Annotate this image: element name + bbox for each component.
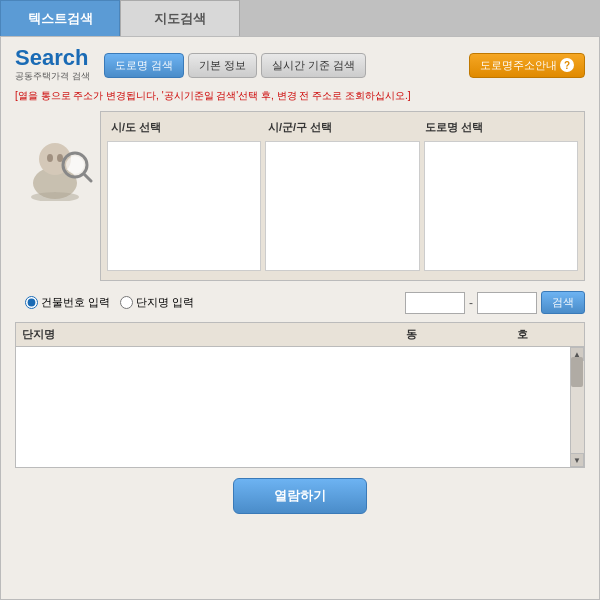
header-row: Search 공동주택가격 검색 도로명 검색 기본 정보 실시간 기준 검색 …: [15, 47, 585, 83]
tab-text-search[interactable]: 텍스트검색: [0, 0, 120, 36]
radio-building-number[interactable]: 건물번호 입력: [25, 295, 110, 310]
road-list[interactable]: [424, 141, 578, 271]
main-container: Search 공동주택가격 검색 도로명 검색 기본 정보 실시간 기준 검색 …: [0, 36, 600, 600]
tab-text-search-label: 텍스트검색: [28, 10, 93, 28]
results-header: 단지명 동 호: [16, 323, 584, 347]
scrollbar-track: ▲ ▼: [570, 347, 584, 467]
search-button[interactable]: 검색: [541, 291, 585, 314]
results-col-header-ho: 호: [467, 327, 578, 342]
selection-area: 시/도 선택 시/군/구 선택 도로명 선택: [15, 111, 585, 281]
search-row: 건물번호 입력 단지명 입력 - 검색: [15, 291, 585, 314]
sido-list[interactable]: [107, 141, 261, 271]
results-col-header-complex: 단지명: [22, 327, 356, 342]
radio-complex-input[interactable]: [120, 296, 133, 309]
notice-text: [열을 통으로 주소가 변경됩니다, '공시기준일 검색'선택 후, 변경 전 …: [15, 89, 585, 103]
button-group: 도로명 검색 기본 정보 실시간 기준 검색 도로명주소안내 ?: [104, 53, 585, 78]
col-lists: [107, 141, 578, 271]
search-input-2[interactable]: [477, 292, 537, 314]
top-tabs: 텍스트검색 지도검색: [0, 0, 600, 36]
select-columns: 시/도 선택 시/군/구 선택 도로명 선택: [100, 111, 585, 281]
sigungu-list[interactable]: [265, 141, 419, 271]
col-header-sido: 시/도 선택: [107, 118, 264, 137]
svg-point-2: [47, 154, 53, 162]
road-search-button[interactable]: 도로명 검색: [104, 53, 184, 78]
results-area: 단지명 동 호 ▲ ▼: [15, 322, 585, 468]
realtime-search-button[interactable]: 실시간 기준 검색: [261, 53, 366, 78]
search-logo: Search 공동주택가격 검색: [15, 47, 90, 83]
radio-complex-label: 단지명 입력: [136, 295, 194, 310]
road-address-button[interactable]: 도로명주소안내 ?: [469, 53, 585, 78]
search-inputs: - 검색: [405, 291, 585, 314]
svg-point-7: [31, 192, 79, 201]
svg-point-5: [66, 156, 84, 174]
base-info-button[interactable]: 기본 정보: [188, 53, 257, 78]
results-col-header-dong: 동: [356, 327, 467, 342]
avatar: [23, 131, 93, 201]
scrollbar-thumb[interactable]: [571, 357, 583, 387]
help-icon: ?: [560, 58, 574, 72]
road-address-label: 도로명주소안내: [480, 58, 557, 73]
tab-map-search-label: 지도검색: [154, 10, 206, 28]
results-body[interactable]: ▲ ▼: [16, 347, 584, 467]
col-headers: 시/도 선택 시/군/구 선택 도로명 선택: [107, 118, 578, 137]
radio-complex-name[interactable]: 단지명 입력: [120, 295, 194, 310]
col-header-sigungu: 시/군/구 선택: [264, 118, 421, 137]
open-button[interactable]: 열람하기: [233, 478, 367, 514]
open-btn-row: 열람하기: [15, 478, 585, 514]
tab-map-search[interactable]: 지도검색: [120, 0, 240, 36]
dash-separator: -: [469, 296, 473, 310]
svg-point-3: [57, 154, 63, 162]
col-header-road: 도로명 선택: [421, 118, 578, 137]
search-input-1[interactable]: [405, 292, 465, 314]
logo-title: Search: [15, 47, 90, 69]
radio-building-input[interactable]: [25, 296, 38, 309]
radio-building-label: 건물번호 입력: [41, 295, 110, 310]
avatar-area: [15, 111, 100, 201]
scrollbar-arrow-down[interactable]: ▼: [570, 453, 584, 467]
logo-subtitle: 공동주택가격 검색: [15, 70, 90, 83]
svg-line-6: [84, 174, 91, 181]
